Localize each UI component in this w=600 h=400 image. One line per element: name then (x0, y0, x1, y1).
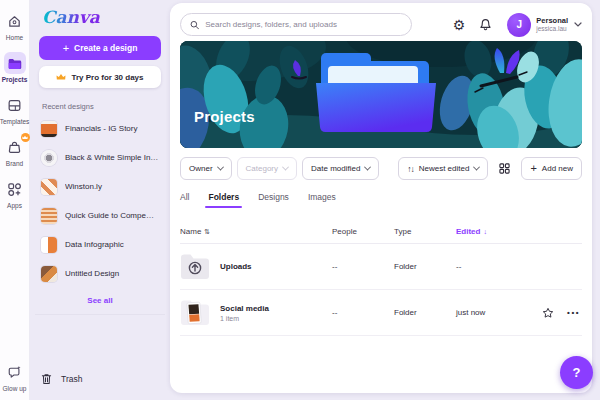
name-sort-icon: ⇅ (204, 228, 210, 236)
tab-designs[interactable]: Designs (258, 192, 289, 208)
sort-arrows-icon: ↑↓ (407, 164, 414, 174)
design-thumbnail (41, 150, 57, 166)
rail-label-apps: Apps (7, 202, 22, 209)
recent-item[interactable]: Data Infographic (39, 230, 161, 259)
edited-cell: just now (456, 308, 552, 317)
search-input[interactable] (205, 20, 402, 29)
recent-item-label: Untitled Design (65, 269, 161, 278)
rail-item-templates[interactable]: Templates (0, 94, 29, 125)
apps-icon (4, 178, 26, 200)
people-cell: -- (332, 262, 394, 271)
content-tabs: All Folders Designs Images (180, 192, 582, 208)
account-name: Personal (536, 16, 568, 25)
people-cell: -- (332, 308, 394, 317)
design-thumbnail (41, 237, 57, 253)
tab-all[interactable]: All (180, 192, 189, 208)
table-row-uploads[interactable]: Uploads -- Folder -- (180, 244, 582, 290)
help-button[interactable]: ? (560, 356, 593, 389)
table-row-social-media[interactable]: Social media 1 item -- Folder just now •… (180, 290, 582, 336)
trash-label: Trash (61, 374, 82, 384)
search-bar[interactable] (180, 13, 412, 36)
account-email: jessica.lau (536, 25, 568, 33)
category-filter-button[interactable]: Category (237, 157, 297, 180)
sort-label: Newest edited (419, 164, 470, 173)
rail-label-templates: Templates (0, 118, 29, 125)
add-new-button[interactable]: + Add new (521, 157, 582, 180)
tab-folders[interactable]: Folders (208, 192, 239, 208)
design-thumbnail (41, 121, 57, 137)
recent-item[interactable]: Financials - IG Story (39, 114, 161, 143)
notifications-bell-icon[interactable] (479, 18, 492, 31)
recent-item-label: Quick Guide to Compe… (65, 211, 161, 220)
create-design-label: Create a design (74, 43, 137, 53)
icon-rail: Home Projects Templates Brand Apps Glow (0, 0, 30, 400)
canva-logo[interactable]: Canva (42, 7, 100, 27)
rail-item-glow-up[interactable]: Glow up (3, 361, 27, 392)
grid-view-button[interactable] (493, 157, 516, 180)
recent-item[interactable]: Untitled Design (39, 259, 161, 288)
glow-up-icon (3, 361, 25, 383)
rail-item-brand[interactable]: Brand (4, 136, 26, 167)
brand-pro-badge (21, 133, 30, 142)
edited-cell: -- (456, 262, 552, 271)
column-header-name[interactable]: Name ⇅ (180, 227, 332, 236)
banner-illustration (180, 41, 582, 148)
recent-item[interactable]: Winston.ly (39, 172, 161, 201)
see-all-link[interactable]: See all (39, 296, 161, 305)
rail-label-brand: Brand (6, 160, 23, 167)
rail-item-projects[interactable]: Projects (2, 52, 28, 83)
column-header-edited[interactable]: Edited ↓ (456, 227, 552, 236)
search-icon (190, 20, 199, 30)
column-header-type[interactable]: Type (394, 227, 456, 236)
rail-item-home[interactable]: Home (4, 10, 26, 41)
owner-filter-label: Owner (189, 164, 213, 173)
design-thumbnail (41, 179, 57, 195)
tab-images[interactable]: Images (308, 192, 336, 208)
folder-name: Social media (220, 304, 269, 313)
page-title: Projects (194, 108, 255, 125)
create-design-button[interactable]: + Create a design (39, 36, 161, 60)
trash-icon (41, 373, 52, 385)
chevron-down-icon (217, 164, 224, 171)
templates-icon (4, 94, 26, 116)
star-icon[interactable] (542, 307, 554, 319)
settings-gear-icon[interactable]: ⚙ (453, 18, 466, 32)
chevron-down-icon (282, 164, 289, 171)
chevron-down-icon (364, 164, 371, 171)
brand-icon (4, 136, 26, 158)
recent-item-label: Data Infographic (65, 240, 161, 249)
rail-item-apps[interactable]: Apps (4, 178, 26, 209)
recent-item[interactable]: Black & White Simple In… (39, 143, 161, 172)
folder-item-count: 1 item (220, 315, 269, 322)
owner-filter-button[interactable]: Owner (180, 157, 232, 180)
crown-icon (56, 73, 66, 81)
category-filter-label: Category (246, 164, 278, 173)
type-cell: Folder (394, 308, 456, 317)
date-modified-filter-button[interactable]: Date modified (302, 157, 379, 180)
plus-icon: + (530, 163, 536, 174)
plus-icon: + (63, 43, 69, 54)
top-bar: ⚙ J Personal jessica.lau (180, 11, 582, 38)
recent-item-label: Black & White Simple In… (65, 153, 161, 162)
account-menu[interactable]: Personal jessica.lau (536, 16, 568, 33)
recent-designs-heading: Recent designs (42, 102, 161, 111)
trash-button[interactable]: Trash (39, 368, 161, 390)
uploads-folder-icon (180, 253, 210, 280)
projects-folder-icon (4, 52, 26, 74)
main-content: ⚙ J Personal jessica.lau (170, 3, 592, 393)
chevron-down-icon[interactable] (574, 22, 582, 27)
sort-button[interactable]: ↑↓ Newest edited (398, 157, 488, 180)
try-pro-button[interactable]: Try Pro for 30 days (39, 66, 161, 88)
sidebar: Canva + Create a design Try Pro for 30 d… (30, 0, 170, 400)
rail-label-glow-up: Glow up (3, 385, 27, 392)
avatar[interactable]: J (507, 13, 531, 37)
edited-sort-icon: ↓ (483, 228, 487, 235)
rail-label-home: Home (6, 34, 23, 41)
more-options-icon[interactable]: ••• (567, 308, 580, 317)
filter-bar: Owner Category Date modified ↑↓ Newest e… (180, 157, 582, 180)
design-thumbnail (41, 266, 57, 282)
chevron-down-icon (473, 164, 480, 171)
column-header-people[interactable]: People (332, 227, 394, 236)
recent-item[interactable]: Quick Guide to Compe… (39, 201, 161, 230)
grid-view-icon (499, 163, 510, 174)
